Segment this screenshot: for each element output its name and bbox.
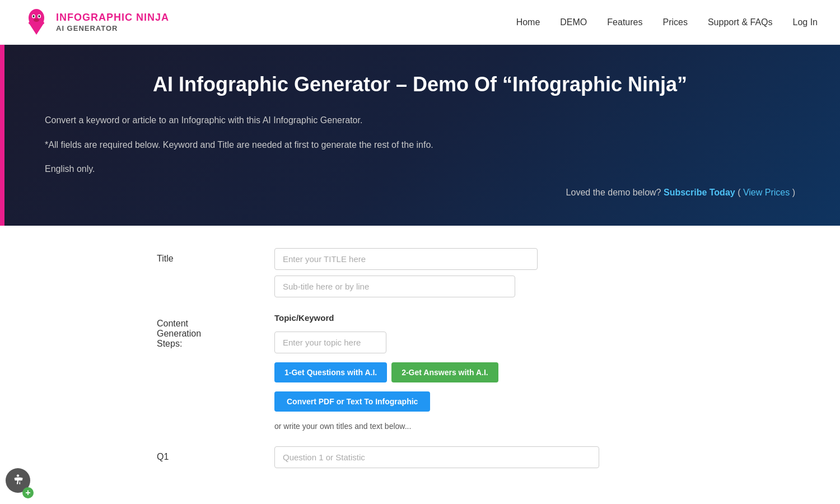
svg-point-6 [34, 18, 39, 22]
content-label: Content Generation Steps: [157, 313, 258, 349]
q1-row: Q1 [157, 446, 683, 468]
title-label: Title [157, 248, 258, 264]
subscribe-link[interactable]: Subscribe Today [664, 188, 735, 197]
brand-name: INFOGRAPHIC NINJA [56, 12, 169, 24]
svg-point-5 [39, 15, 40, 17]
nav-support[interactable]: Support & FAQs [708, 17, 773, 27]
ai-button-group: 1-Get Questions with A.I. 2-Get Answers … [274, 362, 683, 382]
nav-demo[interactable]: DEMO [560, 17, 587, 27]
svg-rect-7 [29, 22, 44, 24]
title-row: Title [157, 248, 683, 297]
logo-text: INFOGRAPHIC NINJA AI GENERATOR [56, 12, 169, 32]
title-input[interactable] [274, 248, 538, 270]
logo-icon [22, 7, 50, 38]
nav-features[interactable]: Features [607, 17, 642, 27]
content-row: Content Generation Steps: Topic/Keyword … [157, 313, 683, 431]
hero-description: Convert a keyword or article to an Infog… [45, 113, 795, 128]
header: INFOGRAPHIC NINJA AI GENERATOR Home DEMO… [0, 0, 840, 45]
accessibility-plus[interactable]: + [22, 487, 34, 498]
logo[interactable]: INFOGRAPHIC NINJA AI GENERATOR [22, 7, 169, 38]
brand-sub: AI GENERATOR [56, 24, 169, 33]
or-write-text: or write your own titles and text below.… [274, 422, 683, 431]
title-inputs [274, 248, 683, 297]
hero-note: *All fields are required below. Keyword … [45, 138, 795, 152]
accessibility-icon [11, 473, 25, 488]
content-inputs: Topic/Keyword 1-Get Questions with A.I. … [274, 313, 683, 431]
hero-language: English only. [45, 162, 795, 176]
subscribe-line: Loved the demo below? Subscribe Today ( … [45, 188, 795, 198]
svg-point-4 [33, 15, 35, 17]
get-questions-button[interactable]: 1-Get Questions with A.I. [274, 362, 387, 382]
subtitle-input[interactable] [274, 276, 515, 297]
convert-pdf-button[interactable]: Convert PDF or Text To Infographic [274, 391, 430, 412]
get-answers-button[interactable]: 2-Get Answers with A.I. [391, 362, 498, 382]
hero-section: AI Infographic Generator – Demo Of “Info… [0, 45, 840, 226]
view-prices-close: ) [792, 188, 795, 197]
topic-keyword-label: Topic/Keyword [274, 313, 683, 323]
nav-home[interactable]: Home [516, 17, 540, 27]
hero-title: AI Infographic Generator – Demo Of “Info… [45, 73, 795, 96]
q1-inputs [274, 446, 683, 468]
svg-point-8 [17, 474, 19, 477]
view-prices-link[interactable]: View Prices [743, 188, 790, 197]
nav-login[interactable]: Log In [793, 17, 818, 27]
q1-input[interactable] [274, 446, 599, 468]
main-nav: Home DEMO Features Prices Support & FAQs… [516, 17, 818, 27]
form-section: Title Content Generation Steps: Topic/Ke… [112, 226, 728, 504]
q1-label: Q1 [157, 446, 258, 462]
view-prices-open: ( [738, 188, 740, 197]
hero-accent-bar [0, 45, 4, 226]
nav-prices[interactable]: Prices [662, 17, 687, 27]
subscribe-text: Loved the demo below? [566, 188, 661, 197]
svg-marker-1 [29, 24, 44, 35]
topic-input[interactable] [274, 332, 386, 353]
